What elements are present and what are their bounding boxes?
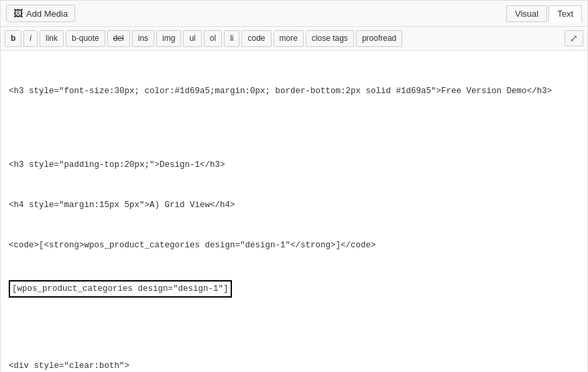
more-btn[interactable]: more [274, 30, 304, 47]
link-btn[interactable]: link [40, 30, 64, 47]
bold-btn[interactable]: b [5, 30, 21, 47]
img-btn[interactable]: img [156, 30, 181, 47]
content-line: <div style="clear:both"> [9, 359, 579, 372]
bquote-btn[interactable]: b-quote [66, 30, 105, 47]
add-media-icon: 🖼 [13, 8, 23, 19]
code-btn[interactable]: code [241, 30, 271, 47]
content-line: <h4 style="margin:15px 5px">A) Grid View… [9, 198, 579, 212]
empty-line [9, 326, 579, 332]
content-line: <h3 style="font-size:30px; color:#1d69a5… [9, 84, 579, 98]
content-line: <code>[<strong>wpos_product_categories d… [9, 239, 579, 252]
empty-line [9, 125, 579, 131]
content-line: [wpos_product_categories design="design-… [9, 279, 579, 299]
expand-button[interactable]: ⤢ [565, 30, 583, 46]
del-btn[interactable]: del [107, 30, 130, 47]
editor-content[interactable]: <h3 style="font-size:30px; color:#1d69a5… [1, 51, 587, 372]
ins-btn[interactable]: ins [132, 30, 154, 47]
close-tags-btn[interactable]: close tags [306, 30, 354, 47]
li-btn[interactable]: li [224, 30, 239, 47]
toolbar: b i link b-quote del ins img ul ol li co… [1, 27, 587, 51]
ul-btn[interactable]: ul [183, 30, 201, 47]
top-bar: 🖼 Add Media Visual Text [1, 1, 587, 27]
text-tab[interactable]: Text [548, 5, 582, 22]
content-line: <h3 style="padding-top:20px;">Design-1</… [9, 158, 579, 172]
shortcode-1: [wpos_product_categories design="design-… [9, 280, 232, 298]
view-tabs: Visual Text [506, 5, 582, 22]
add-media-label: Add Media [26, 9, 68, 19]
visual-tab[interactable]: Visual [506, 5, 547, 22]
add-media-button[interactable]: 🖼 Add Media [6, 5, 75, 22]
ol-btn[interactable]: ol [204, 30, 222, 47]
italic-btn[interactable]: i [23, 30, 38, 47]
editor-container: 🖼 Add Media Visual Text b i link b-quote… [0, 0, 588, 372]
proofread-btn[interactable]: proofread [356, 30, 402, 47]
